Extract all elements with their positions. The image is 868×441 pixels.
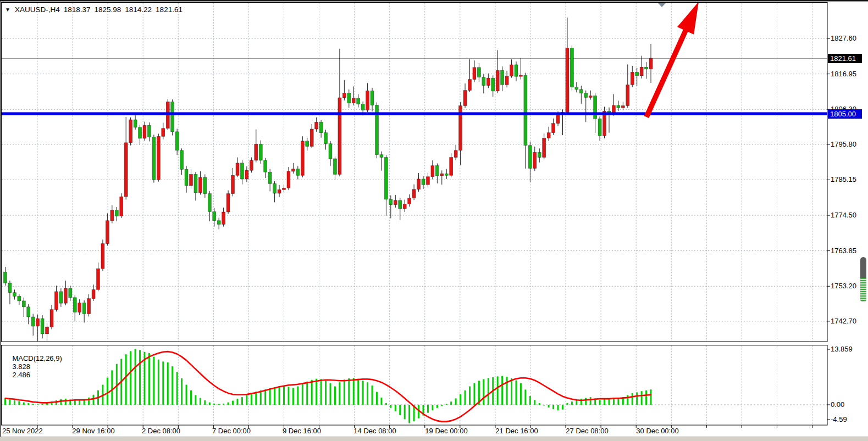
candles-layer	[4, 18, 653, 341]
support-line-price-tag: 1805.00	[828, 109, 862, 119]
time-axis-label: 9 Dec 16:00	[283, 427, 321, 435]
price-axis-label: 1816.95	[831, 70, 856, 79]
chart-canvas[interactable]	[0, 0, 868, 441]
current-price-tag: 1821.61	[828, 54, 862, 63]
time-axis-label: 2 Dec 08:00	[142, 427, 180, 435]
chart-header: ▼ XAUUSD-,H4 1818.37 1825.98 1814.22 182…	[5, 4, 186, 14]
ohlc-low: 1814.22	[125, 5, 152, 14]
scrollbar-stripes	[860, 278, 866, 302]
symbol-dropdown-icon[interactable]: ▼	[5, 7, 10, 13]
time-axis-label: 29 Nov 16:00	[72, 427, 114, 435]
price-axis-label: 1785.15	[831, 175, 856, 184]
support-line[interactable]	[2, 112, 827, 115]
macd-value: 3.828	[12, 362, 30, 371]
trend-arrow-head[interactable]	[677, 2, 699, 35]
price-axis-label: 1742.70	[831, 317, 856, 326]
macd-indicator-label: MACD(12,26,9) 3.828 2.486	[4, 346, 65, 387]
price-axis-label: 1763.85	[831, 247, 856, 255]
time-axis-label: 19 Dec 00:00	[425, 427, 467, 435]
bar-marker-triangle-icon[interactable]	[657, 2, 667, 7]
scrollbar-thumb[interactable]	[860, 257, 866, 302]
symbol-period-label: XAUUSD-,H4	[15, 5, 60, 14]
trend-arrow-shaft[interactable]	[646, 27, 687, 117]
price-axis-label: 1753.20	[831, 282, 856, 291]
time-axis-label: 30 Dec 00:00	[636, 427, 678, 435]
macd-axis-label: 0.00	[831, 400, 844, 409]
ohlc-close: 1821.61	[156, 5, 183, 14]
time-axis-label: 14 Dec 08:00	[353, 427, 396, 435]
macd-axis-label: 13.859	[831, 345, 853, 354]
annotation-layer	[2, 2, 827, 117]
price-axis-label: 1774.50	[831, 211, 856, 220]
time-axis-label: 21 Dec 16:00	[495, 427, 538, 435]
mt4-chart-window: ▼ XAUUSD-,H4 1818.37 1825.98 1814.22 182…	[0, 0, 868, 441]
macd-axis-label: -4.59	[831, 415, 847, 424]
window-bottom-edge	[0, 437, 868, 441]
time-axis-label: 25 Nov 2022	[2, 427, 43, 435]
time-axis-label: 27 Dec 08:00	[566, 427, 608, 435]
window-left-border	[0, 1, 1, 437]
ohlc-open: 1818.37	[64, 5, 91, 14]
macd-layer	[4, 349, 652, 423]
macd-signal-value: 2.486	[12, 371, 30, 379]
macd-name: MACD(12,26,9)	[12, 354, 62, 362]
price-axis-label: 1827.60	[831, 34, 856, 43]
window-top-border	[0, 0, 868, 2]
price-axis-label: 1795.80	[831, 140, 856, 149]
ohlc-high: 1825.98	[94, 5, 121, 14]
time-axis-label: 7 Dec 00:00	[212, 427, 251, 435]
